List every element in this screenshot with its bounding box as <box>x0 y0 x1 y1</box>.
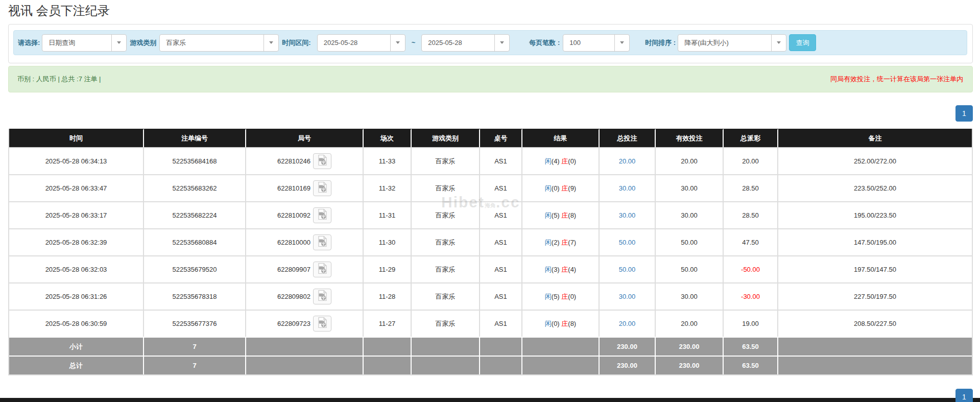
result-zhuang-label: 庄 <box>561 211 568 219</box>
date-from-value: 2025-05-28 <box>324 39 358 46</box>
page-size-select[interactable]: 100 <box>563 34 630 52</box>
total-bet-link[interactable]: 30.00 <box>619 211 636 219</box>
cell-valid-bet: 50.00 <box>656 228 724 255</box>
result-zhuang-label: 庄 <box>561 320 568 327</box>
time-range-label: 时间区间: <box>282 38 310 48</box>
result-xian-label: 闲 <box>545 320 552 327</box>
round-no-text: 622809802 <box>277 292 310 301</box>
summary-right-note: 同局有效投注，统一计算在该局第一张注单内 <box>830 75 963 84</box>
cell-bet-no: 522535683262 <box>144 174 246 201</box>
chevron-down-icon <box>494 35 509 51</box>
chevron-down-icon <box>111 35 126 51</box>
result-zhuang-label: 庄 <box>561 239 568 246</box>
filter-bar: 请选择: 日期查询 游戏类别 百家乐 时间区间: 2025-05-28 ~ 20… <box>13 30 967 55</box>
date-from-select[interactable]: 2025-05-28 <box>317 34 405 52</box>
query-button[interactable]: 查询 <box>789 34 816 51</box>
table-header-row: 时间注单编号局号场次游戏类别桌号结果总投注有效投注总派彩备注 <box>9 129 972 147</box>
result-xian-count: (5) <box>552 211 560 219</box>
video-replay-button[interactable] <box>313 153 331 169</box>
tilde-separator: ~ <box>412 39 416 46</box>
video-file-icon <box>317 154 328 169</box>
result-xian-label: 闲 <box>545 266 552 273</box>
result-zhuang-count: (8) <box>568 211 576 219</box>
bet-records-table: 时间注单编号局号场次游戏类别桌号结果总投注有效投注总派彩备注 2025-05-2… <box>8 129 973 375</box>
cell-round-no: 622809802 <box>246 282 364 310</box>
pagination-page-1-top[interactable]: 1 <box>955 105 973 122</box>
result-zhuang-label: 庄 <box>561 157 568 165</box>
cell-table-no: AS1 <box>480 255 522 282</box>
cell-remark: 223.50/252.00 <box>778 174 972 201</box>
video-file-icon <box>317 208 328 223</box>
total-bet-link[interactable]: 50.00 <box>619 239 636 246</box>
video-replay-button[interactable] <box>313 234 331 250</box>
cell-remark: 147.50/195.00 <box>778 228 972 255</box>
total-bet-link[interactable]: 20.00 <box>619 320 636 327</box>
sort-value: 降幂(由大到小) <box>684 38 729 48</box>
pagination-top: 1 <box>8 105 973 122</box>
cell-remark: 227.50/197.50 <box>778 282 972 310</box>
video-file-icon <box>317 263 328 277</box>
date-to-select[interactable]: 2025-05-28 <box>421 34 510 52</box>
subtotal-count: 7 <box>144 337 246 356</box>
game-type-select[interactable]: 百家乐 <box>159 34 279 52</box>
bet-row-0: 2025-05-28 06:34:13522535684168622810246… <box>9 147 972 174</box>
result-xian-count: (3) <box>552 266 560 273</box>
result-zhuang-count: (0) <box>568 157 576 165</box>
subtotal-empty <box>480 337 522 356</box>
cell-table-no: AS1 <box>480 228 522 255</box>
cell-total-bet[interactable]: 30.00 <box>600 174 656 201</box>
chevron-down-icon <box>614 35 629 51</box>
cell-result: 闲(2) 庄(7) <box>522 228 600 255</box>
cell-result: 闲(5) 庄(8) <box>522 201 600 228</box>
cell-total-bet[interactable]: 30.00 <box>600 282 656 310</box>
total-empty <box>412 356 480 374</box>
result-xian-label: 闲 <box>545 211 552 219</box>
cell-session: 11-32 <box>364 174 412 201</box>
subtotal-valid-bet: 230.00 <box>656 337 724 356</box>
result-xian-count: (4) <box>552 157 560 165</box>
cell-valid-bet: 20.00 <box>656 147 724 174</box>
game-type-label: 游戏类别 <box>130 38 156 48</box>
total-valid-bet: 230.00 <box>656 356 724 374</box>
result-xian-label: 闲 <box>545 184 552 192</box>
cell-game-type: 百家乐 <box>412 310 480 337</box>
cell-time: 2025-05-28 06:33:47 <box>9 174 144 201</box>
result-xian-count: (2) <box>552 239 560 246</box>
total-bet-link[interactable]: 30.00 <box>619 293 636 300</box>
date-to-value: 2025-05-28 <box>428 39 462 46</box>
video-replay-button[interactable] <box>313 180 331 196</box>
round-no-text: 622810092 <box>277 210 310 220</box>
cell-remark: 195.00/223.50 <box>778 201 972 228</box>
cell-total-bet[interactable]: 50.00 <box>600 228 656 255</box>
cell-total-bet[interactable]: 20.00 <box>600 310 656 337</box>
video-file-icon <box>317 290 328 304</box>
cell-table-no: AS1 <box>480 282 522 310</box>
total-bet-link[interactable]: 50.00 <box>619 266 636 273</box>
cell-total-bet[interactable]: 30.00 <box>600 201 656 228</box>
subtotal-payout: 63.50 <box>724 337 778 356</box>
cell-bet-no: 522535682224 <box>144 201 246 228</box>
total-row: 总计7230.00230.0063.50 <box>9 356 972 374</box>
video-replay-button[interactable] <box>313 289 331 304</box>
cell-game-type: 百家乐 <box>412 255 480 282</box>
cell-payout: -30.00 <box>724 282 778 310</box>
sort-select[interactable]: 降幂(由大到小) <box>678 34 786 52</box>
cell-round-no: 622810092 <box>246 201 364 228</box>
total-bet-link[interactable]: 30.00 <box>619 184 636 192</box>
pagination-page-1-bottom[interactable]: 1 <box>955 389 973 402</box>
result-xian-count: (0) <box>552 184 560 192</box>
total-bet-link[interactable]: 20.00 <box>619 157 636 165</box>
total-empty <box>522 356 600 374</box>
video-file-icon <box>317 181 328 196</box>
cell-total-bet[interactable]: 20.00 <box>600 147 656 174</box>
cell-table-no: AS1 <box>480 174 522 201</box>
cell-session: 11-29 <box>364 255 412 282</box>
video-replay-button[interactable] <box>313 316 331 332</box>
cell-result: 闲(0) 庄(9) <box>522 174 600 201</box>
video-file-icon <box>317 235 328 250</box>
query-type-select[interactable]: 日期查询 <box>42 34 127 52</box>
video-replay-button[interactable] <box>313 262 331 277</box>
bet-row-6: 2025-05-28 06:30:59522535677376622809723… <box>9 310 972 337</box>
cell-total-bet[interactable]: 50.00 <box>600 255 656 282</box>
video-replay-button[interactable] <box>313 207 331 223</box>
